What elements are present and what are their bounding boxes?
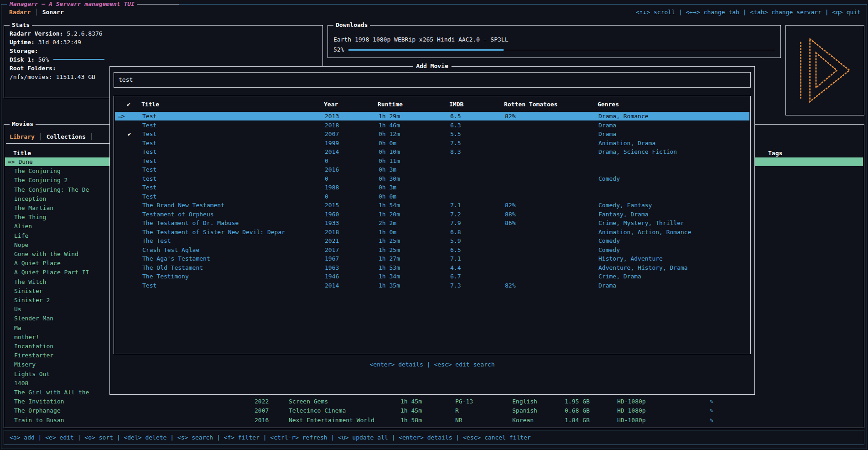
search-result-row[interactable]: Testament of Orpheus19601h 20m7.288%Fant…	[115, 210, 749, 219]
movies-tabs: Library│Collections│	[6, 131, 110, 144]
column-header-title: Title	[13, 150, 31, 157]
result-genres: Crime, Mystery, Thriller	[598, 219, 684, 227]
tab-collections[interactable]: Collections	[47, 133, 86, 140]
result-year: 1988	[325, 183, 339, 192]
search-result-row[interactable]: Test00h 0m	[115, 192, 749, 201]
result-runtime: 2h 2m	[379, 219, 396, 227]
result-runtime: 1h 34m	[379, 272, 400, 281]
search-result-row[interactable]: ✔Test20070h 12m5.5Drama	[115, 130, 749, 138]
movie-size: 0.68 GB	[565, 406, 590, 415]
downloads-body: Earth 1998 1080p WEBRip x265 Hindi AAC2.…	[333, 35, 775, 55]
movie-title: Ma	[14, 324, 21, 332]
movie-title: Life	[14, 231, 28, 240]
result-runtime: 0h 0m	[379, 139, 396, 147]
result-runtime: 0h 12m	[379, 130, 400, 138]
result-imdb: 8.3	[450, 147, 461, 156]
movie-search-input[interactable]: test	[114, 72, 751, 88]
result-title: Test	[142, 281, 156, 290]
movie-size: 1.84 GB	[565, 416, 590, 424]
disk-label: Disk 1:	[10, 55, 35, 64]
search-results-table: ✔ Title Year Runtime IMDB Rotten Tomatoe…	[114, 96, 751, 354]
movie-title: Firestarter	[14, 351, 53, 360]
search-result-row[interactable]: Test20160h 3m	[115, 165, 749, 174]
result-imdb: 7.1	[450, 254, 461, 263]
result-imdb: 4.4	[450, 263, 461, 272]
footer-keybinds-bar: <a> add | <e> edit | <o> sort | <del> de…	[4, 430, 864, 445]
search-result-row[interactable]: The Testament of Sister New Devil: Depar…	[115, 228, 749, 236]
search-result-row[interactable]: Test20181h 46m6.3Drama	[115, 121, 749, 130]
result-runtime: 1h 0m	[379, 228, 396, 236]
result-genres: Comedy	[598, 174, 620, 183]
tab-radarr[interactable]: Radarr	[9, 9, 31, 16]
movie-title: Train to Busan	[14, 416, 64, 424]
movie-title: A Quiet Place Part II	[14, 268, 89, 277]
result-title: The Testimony	[142, 272, 189, 281]
result-runtime: 1h 20m	[379, 210, 400, 219]
movie-title: The Martian	[14, 204, 53, 212]
movie-row[interactable]: The Orphanage2007Telecinco Cinema1h 45mR…	[5, 406, 863, 415]
search-result-row[interactable]: Test20140h 10m8.3Drama, Science Fiction	[115, 147, 749, 156]
result-runtime: 0h 3m	[379, 165, 396, 174]
search-result-row[interactable]: =>Test20131h 29m6.582%Drama, Romance	[115, 112, 749, 120]
search-result-row[interactable]: The Test20211h 25m5.9Comedy	[115, 236, 749, 245]
movie-quality: HD-1080p	[617, 406, 646, 415]
movie-quality: HD-1080p	[617, 397, 646, 406]
result-runtime: 1h 46m	[379, 121, 400, 130]
movie-certification: PG-13	[455, 397, 473, 406]
result-imdb: 7.3	[450, 281, 461, 290]
result-title: The Testament of Dr. Mabuse	[142, 219, 239, 227]
result-year: 1963	[325, 263, 339, 272]
download-percent: 52%	[333, 45, 344, 55]
column-header-rotten-tomatoes: Rotten Tomatoes	[504, 101, 557, 108]
stats-panel-title: Stats	[10, 21, 32, 29]
result-year: 0	[325, 174, 328, 183]
movie-studio: Next Entertainment World	[289, 416, 374, 424]
servarr-tabs: Radarr│Sonarr	[9, 9, 64, 16]
result-genres: Drama, Science Fiction	[598, 147, 677, 156]
result-title: Test	[142, 192, 156, 201]
search-result-row[interactable]: Test19990h 0m7.5Animation, Drama	[115, 139, 749, 147]
search-result-row[interactable]: The Testimony19461h 34m6.7Crime, Drama	[115, 272, 749, 281]
movie-runtime: 1h 45m	[400, 406, 422, 415]
column-header-tags: Tags	[768, 150, 782, 157]
root-folder-value: /nfs/movies: 11511.43 GB	[10, 73, 95, 81]
result-year: 2016	[325, 165, 339, 174]
search-result-row[interactable]: test00h 30mComedy	[115, 174, 749, 183]
search-result-row[interactable]: Crash Test Aglae20171h 25m6.5Comedy	[115, 246, 749, 254]
search-result-row[interactable]: Test00h 11m	[115, 157, 749, 165]
uptime-label: Uptime:	[10, 38, 35, 47]
movie-title: The Conjuring	[14, 167, 61, 175]
movie-language: English	[512, 397, 537, 406]
movie-title: Slender Man	[14, 314, 53, 323]
tab-library[interactable]: Library	[6, 133, 35, 140]
result-year: 2014	[325, 147, 339, 156]
movie-title: Lights Out	[14, 370, 50, 378]
result-genres: Comedy, Fantasy	[598, 201, 652, 209]
movie-row[interactable]: The Invitation2022Screen Gems1h 45mPG-13…	[5, 397, 863, 406]
result-year: 1967	[325, 254, 339, 263]
result-title: Test	[142, 130, 156, 138]
tab-sonarr[interactable]: Sonarr	[42, 9, 64, 16]
monitored-icon: ✎	[710, 416, 713, 424]
search-result-row[interactable]: The Old Testament19631h 53m4.4Adventure,…	[115, 263, 749, 272]
result-title: The Brand New Testament	[142, 201, 224, 209]
added-check-icon: ✔	[128, 130, 131, 138]
result-title: Test	[142, 157, 156, 165]
search-result-row[interactable]: The Testament of Dr. Mabuse19332h 2m7.98…	[115, 219, 749, 227]
search-result-row[interactable]: Test20141h 35m7.382%Drama	[115, 281, 749, 290]
search-result-row[interactable]: Test19880h 3m	[115, 183, 749, 192]
movie-size: 1.95 GB	[565, 397, 590, 406]
global-keybinds: <↑↓> scroll | <←→> change tab | <tab> ch…	[636, 9, 861, 16]
version-label: Radarr Version:	[10, 29, 63, 38]
result-genres: Fantasy, Drama	[598, 210, 649, 219]
result-title: The Aga's Testament	[142, 254, 210, 263]
result-title: Testament of Orpheus	[142, 210, 214, 219]
search-result-row[interactable]: The Brand New Testament20151h 54m7.182%C…	[115, 201, 749, 209]
monitored-icon: ✎	[710, 397, 713, 406]
managarr-app: Managarr – A Servarr management TUI Rada…	[0, 0, 868, 450]
movie-language: Spanish	[512, 406, 537, 415]
search-result-row[interactable]: The Aga's Testament19671h 27m7.1History,…	[115, 254, 749, 263]
result-runtime: 1h 29m	[379, 112, 400, 120]
movie-row[interactable]: Train to Busan2016Next Entertainment Wor…	[5, 416, 863, 424]
result-runtime: 1h 27m	[379, 254, 400, 263]
